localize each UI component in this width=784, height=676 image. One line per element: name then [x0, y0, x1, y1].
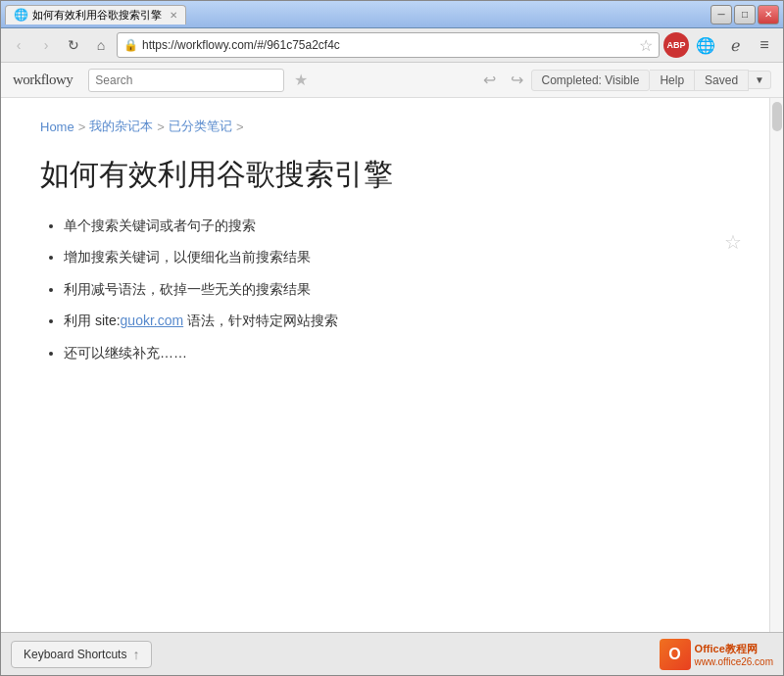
- browser-toolbar: ‹ › ↻ ⌂ 🔒 ☆ ABP 🌐 ℯ ≡: [1, 28, 783, 63]
- browser-toolbar-right: ABP 🌐 ℯ ≡: [663, 32, 777, 58]
- office-url: www.office26.com: [695, 656, 773, 667]
- maximize-btn[interactable]: □: [734, 5, 756, 24]
- reload-btn[interactable]: ↻: [62, 33, 85, 57]
- bookmark-star-icon[interactable]: ☆: [639, 36, 653, 55]
- adblock-btn[interactable]: ABP: [663, 32, 689, 58]
- scrollbar-thumb[interactable]: [772, 102, 782, 131]
- browser-tab[interactable]: 🌐 如何有效利用谷歌搜索引擎 ✕: [5, 5, 186, 24]
- breadcrumb-home[interactable]: Home: [40, 120, 74, 134]
- content-area: Home > 我的杂记本 > 已分类笔记 > 如何有效利用谷歌搜索引擎 单个搜索…: [1, 98, 769, 632]
- content-star-icon[interactable]: ☆: [724, 230, 742, 254]
- tab-title: 如何有效利用谷歌搜索引擎: [32, 8, 162, 23]
- app-logo: workflowy: [13, 72, 73, 88]
- bottom-bar: Keyboard Shortcuts ↑ O Office教程网 www.off…: [1, 632, 783, 675]
- completed-btn[interactable]: Completed: Visible: [531, 70, 651, 91]
- list-item-link[interactable]: guokr.com: [121, 313, 184, 328]
- app-toolbar-right: ↩ ↪ Completed: Visible Help Saved ▼: [476, 69, 771, 92]
- browser-icon-2[interactable]: ℯ: [722, 32, 748, 58]
- saved-btn[interactable]: Saved: [695, 70, 749, 91]
- list-item-text: 利用减号语法，砍掉一些无关的搜索结果: [64, 281, 311, 297]
- breadcrumb-level2[interactable]: 已分类笔记: [169, 118, 232, 135]
- window-controls: ─ □ ✕: [710, 5, 779, 24]
- keyboard-shortcuts-btn[interactable]: Keyboard Shortcuts ↑: [11, 641, 152, 668]
- list-item-text: 还可以继续补充……: [64, 345, 187, 361]
- list-item: 利用 site:guokr.com 语法，针对特定网站搜索: [64, 310, 730, 331]
- saved-dropdown-btn[interactable]: ▼: [749, 71, 771, 89]
- address-bar-container: 🔒 ☆: [117, 32, 660, 58]
- back-btn[interactable]: ‹: [7, 33, 30, 57]
- forward-btn[interactable]: ›: [34, 33, 58, 57]
- keyboard-shortcuts-label: Keyboard Shortcuts: [24, 648, 126, 661]
- undo-btn[interactable]: ↩: [476, 69, 504, 92]
- list-item: 还可以继续补充……: [64, 342, 730, 363]
- breadcrumb-sep-1: >: [78, 120, 86, 134]
- minimize-btn[interactable]: ─: [710, 5, 732, 24]
- redo-btn[interactable]: ↪: [504, 69, 531, 92]
- bottom-bar-right: O Office教程网 www.office26.com: [660, 639, 773, 670]
- list-item: 利用减号语法，砍掉一些无关的搜索结果: [64, 278, 730, 300]
- address-bar[interactable]: [142, 38, 635, 52]
- tab-close-btn[interactable]: ✕: [170, 10, 177, 21]
- page-title: 如何有效利用谷歌搜索引擎: [40, 155, 730, 195]
- breadcrumb-sep-2: >: [157, 120, 165, 134]
- keyboard-shortcuts-arrow-icon: ↑: [132, 647, 139, 662]
- list-item-text: 单个搜索关键词或者句子的搜索: [64, 217, 256, 233]
- search-input[interactable]: [88, 69, 284, 92]
- list-item-text: 增加搜索关键词，以便细化当前搜索结果: [64, 249, 311, 265]
- office-logo: O Office教程网 www.office26.com: [660, 639, 773, 670]
- office-text: Office教程网 www.office26.com: [695, 642, 773, 667]
- lock-icon: 🔒: [123, 38, 138, 52]
- home-btn[interactable]: ⌂: [89, 33, 113, 57]
- content-list: 单个搜索关键词或者句子的搜索 增加搜索关键词，以便细化当前搜索结果 利用减号语法…: [40, 215, 730, 363]
- office-name: Office教程网: [695, 642, 773, 656]
- browser-icon-1[interactable]: 🌐: [693, 32, 718, 58]
- browser-menu-btn[interactable]: ≡: [752, 32, 777, 58]
- list-item: 单个搜索关键词或者句子的搜索: [64, 215, 730, 236]
- breadcrumb-sep-3: >: [236, 120, 244, 134]
- app-toolbar: workflowy ★ ↩ ↪ Completed: Visible Help …: [1, 63, 783, 98]
- main-content: Home > 我的杂记本 > 已分类笔记 > 如何有效利用谷歌搜索引擎 单个搜索…: [1, 98, 783, 632]
- list-item-text-before: 利用 site:: [64, 313, 121, 328]
- office-icon: O: [660, 639, 691, 670]
- breadcrumb: Home > 我的杂记本 > 已分类笔记 >: [40, 118, 730, 135]
- list-item: 增加搜索关键词，以便细化当前搜索结果: [64, 246, 730, 267]
- help-btn[interactable]: Help: [650, 70, 695, 91]
- breadcrumb-level1[interactable]: 我的杂记本: [89, 118, 153, 135]
- close-btn[interactable]: ✕: [758, 5, 779, 24]
- scrollbar[interactable]: [769, 98, 783, 632]
- list-item-text-after: 语法，针对特定网站搜索: [183, 313, 338, 328]
- tab-favicon: 🌐: [14, 8, 28, 22]
- search-favorite-icon[interactable]: ★: [294, 71, 308, 89]
- title-bar: 🌐 如何有效利用谷歌搜索引擎 ✕ ─ □ ✕: [1, 1, 783, 28]
